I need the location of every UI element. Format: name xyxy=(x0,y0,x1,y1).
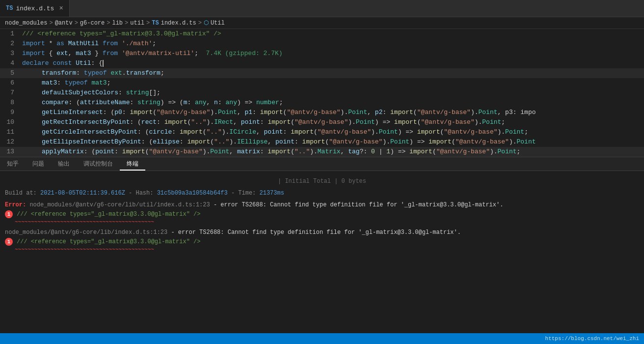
error-ref-line-1: 1 /// <reference types="_gl-matrix@3.3.0… xyxy=(5,210,639,218)
code-line-13: 13 applyMatrix: (point: import("@antv/g-… xyxy=(0,147,644,157)
squiggle-1: ~~~~~~~~~~~~~~~~~~~~~~~~~~~~~~~~~~~~~~~~… xyxy=(15,219,639,225)
line-content-8: compare: (attributeName: string) => (m: … xyxy=(22,98,644,108)
line-content-4: declare const Util: { xyxy=(22,58,644,68)
panel-initial-total: | Initial Total | 0 bytes xyxy=(5,175,639,190)
squiggle-2: ~~~~~~~~~~~~~~~~~~~~~~~~~~~~~~~~~~~~~~~~… xyxy=(15,247,639,253)
code-line-2: 2 import * as MathUtil from './math'; xyxy=(0,39,644,49)
breadcrumb-sep-2: > xyxy=(75,20,78,27)
line-number-5: 5 xyxy=(0,68,22,78)
build-timestamp: 2021-08-05T02:11:39.616Z xyxy=(40,190,125,197)
status-bar: https://blog.csdn.net/wei_zhi xyxy=(0,333,644,344)
line-number-3: 3 xyxy=(0,49,22,58)
breadcrumb-sep-5: > xyxy=(146,20,150,27)
line-content-11: getCircleIntersectByPoint: (circle: impo… xyxy=(22,127,644,137)
code-line-7: 7 defaultSubjectColors: string[]; xyxy=(0,88,644,98)
line-number-2: 2 xyxy=(0,39,22,49)
line-number-12: 12 xyxy=(0,137,22,147)
line-content-9: getLineIntersect: (p0: import("@antv/g-b… xyxy=(22,108,644,117)
build-time: 21373ms xyxy=(260,190,284,197)
line-number-4: 4 xyxy=(0,58,22,68)
line-number-9: 9 xyxy=(0,108,22,117)
bottom-panel: 知乎 问题 输出 调试控制台 终端 | Initial Total | 0 by… xyxy=(0,157,644,299)
line-content-5: transform: typeof ext.transform; xyxy=(22,68,644,78)
error-line-2: node_modules/@antv/g6-core/lib/index.d.t… xyxy=(5,229,639,236)
line-content-2: import * as MathUtil from './math'; xyxy=(22,39,644,49)
breadcrumb-sep-1: > xyxy=(49,20,53,27)
breadcrumb-antv: @antv xyxy=(55,20,73,27)
status-url: https://blog.csdn.net/wei_zhi xyxy=(545,336,639,342)
code-line-9: 9 getLineIntersect: (p0: import("@antv/g… xyxy=(0,108,644,117)
line-content-1: /// <reference types="_gl-matrix@3.3.0@g… xyxy=(22,29,644,39)
panel-tab-terminal[interactable]: 终端 xyxy=(120,157,145,171)
code-line-5: 5 transform: typeof ext.transform; xyxy=(0,68,644,78)
panel-build-info: Build at: 2021-08-05T02:11:39.616Z - Has… xyxy=(5,190,639,197)
error-badge-1: 1 xyxy=(5,210,13,218)
error-line-1: Error: node_modules/@antv/g6-core/lib/ut… xyxy=(5,201,639,208)
tab-index-d-ts[interactable]: TS index.d.ts × xyxy=(0,0,70,17)
panel-tab-issue[interactable]: 问题 xyxy=(26,157,51,171)
breadcrumb-lib: lib xyxy=(112,20,123,27)
line-number-6: 6 xyxy=(0,78,22,88)
breadcrumb-g6core: g6-core xyxy=(80,20,105,27)
breadcrumb-sep-4: > xyxy=(125,20,128,27)
code-line-4: 4 declare const Util: { xyxy=(0,58,644,68)
tab-filename: index.d.ts xyxy=(16,5,54,12)
panel-tab-bar: 知乎 问题 输出 调试控制台 终端 xyxy=(0,157,644,171)
panel-content: | Initial Total | 0 bytes Build at: 2021… xyxy=(0,171,644,299)
line-content-3: import { ext, mat3 } from '@antv/matrix-… xyxy=(22,49,644,58)
breadcrumb-sep-6: > xyxy=(198,20,202,27)
code-line-10: 10 getRectIntersectByPoint: (rect: impor… xyxy=(0,117,644,127)
breadcrumb-filename: index.d.ts xyxy=(161,20,196,27)
breadcrumb-util: util xyxy=(130,20,144,27)
code-line-6: 6 mat3: typeof mat3; xyxy=(0,78,644,88)
breadcrumb-node-modules: node_modules xyxy=(5,20,47,27)
line-content-13: applyMatrix: (point: import("@antv/g-bas… xyxy=(22,147,644,157)
build-hash: 31c5b09a3a10584b64f3 xyxy=(157,190,228,197)
line-content-10: getRectIntersectByPoint: (rect: import("… xyxy=(22,117,644,127)
code-line-12: 12 getEllipseIntersectByPoint: (ellipse:… xyxy=(0,137,644,147)
tab-bar: TS index.d.ts × xyxy=(0,0,644,17)
error-ref-line-2: 1 /// <reference types="_gl-matrix@3.3.0… xyxy=(5,238,639,246)
breadcrumb-symbol-icon: ⬡ xyxy=(204,19,209,27)
tab-close-button[interactable]: × xyxy=(59,4,63,12)
line-number-7: 7 xyxy=(0,88,22,98)
code-line-1: 1 /// <reference types="_gl-matrix@3.3.0… xyxy=(0,29,644,39)
code-line-3: 3 import { ext, mat3 } from '@antv/matri… xyxy=(0,49,644,58)
code-line-11: 11 getCircleIntersectByPoint: (circle: i… xyxy=(0,127,644,137)
code-line-8: 8 compare: (attributeName: string) => (m… xyxy=(0,98,644,108)
code-editor: 1 /// <reference types="_gl-matrix@3.3.0… xyxy=(0,29,644,157)
line-content-6: mat3: typeof mat3; xyxy=(22,78,644,88)
line-number-10: 10 xyxy=(0,117,22,127)
breadcrumb-sep-3: > xyxy=(107,20,110,27)
line-number-1: 1 xyxy=(0,29,22,39)
panel-tab-zhihu[interactable]: 知乎 xyxy=(0,157,26,171)
line-number-11: 11 xyxy=(0,127,22,137)
breadcrumb-ts-badge: TS xyxy=(152,20,159,27)
breadcrumb-util-class: Util xyxy=(211,20,225,27)
breadcrumb: node_modules > @antv > g6-core > lib > u… xyxy=(0,17,644,29)
line-content-7: defaultSubjectColors: string[]; xyxy=(22,88,644,98)
panel-tab-output[interactable]: 输出 xyxy=(51,157,77,171)
ts-badge: TS xyxy=(6,5,13,12)
line-number-8: 8 xyxy=(0,98,22,108)
panel-tab-debug[interactable]: 调试控制台 xyxy=(77,157,120,171)
line-number-13: 13 xyxy=(0,147,22,157)
line-content-12: getEllipseIntersectByPoint: (ellipse: im… xyxy=(22,137,644,147)
error-badge-2: 1 xyxy=(5,238,13,246)
